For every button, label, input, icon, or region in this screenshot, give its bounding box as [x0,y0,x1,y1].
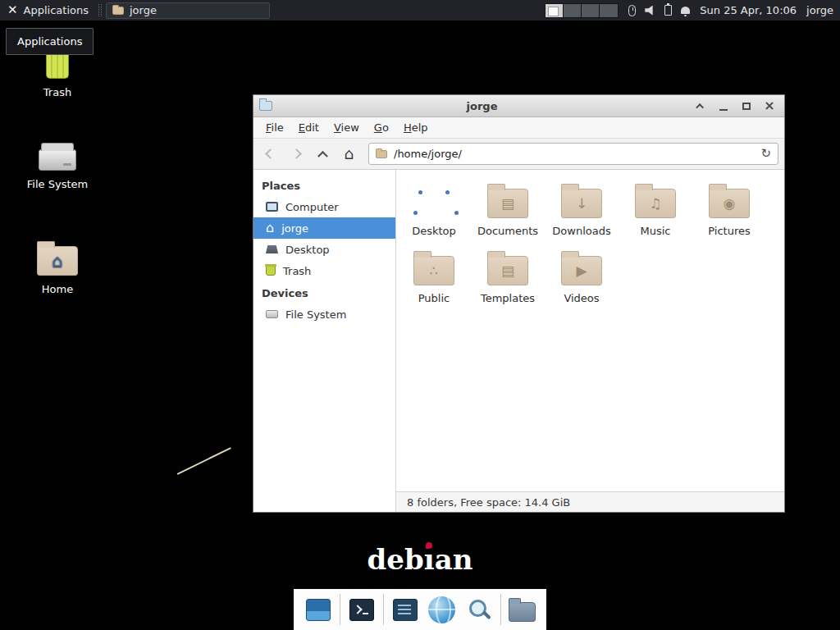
desktop-icon-label: File System [27,178,88,190]
dock-separator [383,594,384,625]
up-icon [317,151,328,162]
statusbar-text: 8 folders, Free space: 14.4 GiB [407,496,570,509]
applications-label: Applications [24,4,89,16]
file-folder-desktop[interactable]: Desktop [397,181,471,237]
file-manager-launcher[interactable] [507,593,538,626]
file-label: Documents [477,225,538,237]
clock[interactable]: Sun 25 Apr, 10:06 [700,4,797,16]
file-folder-templates[interactable]: ▤ Templates [471,249,545,304]
sidebar-item-label: File System [285,308,346,321]
back-button[interactable] [259,143,281,165]
window-folder-icon [112,7,124,15]
globe-icon [428,596,455,623]
xfce-logo-icon: ✕ [7,4,18,16]
text-terminal-launcher[interactable] [390,593,421,626]
up-button[interactable] [312,143,334,165]
username-label: jorge [806,4,833,16]
applications-tooltip: Applications [6,28,94,55]
sidebar-item-trash[interactable]: Trash [253,260,395,281]
chevron-up-icon [696,103,704,111]
tooltip-text: Applications [17,35,82,48]
menubar: File Edit View Go Help [253,117,784,139]
sidebar-item-computer[interactable]: Computer [253,196,395,217]
workspace-switcher[interactable] [545,3,619,18]
files-pane: Desktop ▤ Documents ↓ Downloads [396,170,784,512]
desktop-icon-label: Home [42,283,73,295]
app-finder-launcher[interactable] [463,593,495,626]
desktop-icon [266,245,278,253]
forward-button[interactable] [285,143,308,165]
notifications-bell-icon[interactable] [681,7,690,14]
file-folder-pictures[interactable]: ◉ Pictures [692,181,766,237]
window-title: jorge [277,100,687,112]
menu-edit[interactable]: Edit [291,119,326,136]
folder-icon [509,602,536,622]
workspace-3[interactable] [582,4,600,17]
file-label: Pictures [708,225,750,237]
web-browser-launcher[interactable] [427,593,458,626]
battery-icon[interactable] [664,5,672,16]
sidebar-item-file-system[interactable]: File System [253,304,395,325]
path-entry[interactable]: /home/jorge/ ↻ [368,143,778,165]
desktop-icon-home[interactable]: ⌂ Home [11,239,103,295]
desktop-icon-label: Trash [43,86,71,98]
trash-icon [266,266,276,276]
applications-menu-button[interactable]: ✕ Applications [0,0,96,21]
mouse-icon[interactable] [628,5,636,16]
places-sidebar: Places Computer ⌂ jorge Desktop Trash De… [253,170,396,512]
debian-branding: debıan [0,543,840,576]
computer-icon [266,202,278,212]
sidebar-item-label: Computer [285,201,339,213]
terminal-launcher[interactable] [346,593,377,626]
panel-handle[interactable] [98,4,102,16]
home-button[interactable]: ⌂ [338,143,360,165]
workspace-4[interactable] [600,4,618,17]
taskbar-window-button[interactable]: jorge [106,2,270,19]
folder-icon: ↓ [561,189,602,218]
file-label: Public [418,292,450,304]
folder-icon: ◉ [709,189,750,218]
file-label: Desktop [412,225,456,237]
titlebar[interactable]: jorge × [253,95,784,117]
file-label: Templates [481,292,535,304]
forward-icon [291,148,302,159]
magnifier-icon [466,596,492,623]
file-grid[interactable]: Desktop ▤ Documents ↓ Downloads [396,170,784,491]
text-terminal-icon [393,599,418,621]
workspace-1[interactable] [546,4,564,17]
menu-file[interactable]: File [258,119,291,136]
file-folder-documents[interactable]: ▤ Documents [471,181,545,237]
folder-icon: ▶ [561,256,602,285]
folder-icon: ▤ [487,189,528,218]
filesystem-drive-icon [39,149,76,171]
reload-icon[interactable]: ↻ [760,148,771,160]
desktop-icon-file-system[interactable]: File System [11,138,103,190]
system-tray [628,5,690,16]
file-folder-downloads[interactable]: ↓ Downloads [545,181,619,237]
documents-emblem-icon: ▤ [488,189,527,217]
sidebar-item-jorge[interactable]: ⌂ jorge [253,217,395,239]
shade-button[interactable] [692,98,710,115]
desktop-folder-icon [412,189,456,218]
menu-help[interactable]: Help [396,119,436,136]
terminal-icon [349,599,374,621]
menu-view[interactable]: View [326,119,367,136]
show-desktop-button[interactable] [303,593,334,626]
pictures-emblem-icon: ◉ [710,189,749,217]
file-folder-videos[interactable]: ▶ Videos [545,249,619,304]
close-button[interactable]: × [760,98,778,115]
menu-go[interactable]: Go [367,119,396,136]
file-folder-music[interactable]: ♫ Music [619,181,692,237]
file-label: Videos [564,292,599,304]
back-icon [265,148,276,159]
sidebar-item-desktop[interactable]: Desktop [253,239,395,260]
close-icon: × [764,99,774,112]
dock-panel [294,589,546,630]
sidebar-item-label: Trash [283,265,311,277]
volume-icon[interactable] [645,6,655,16]
window-folder-icon [259,101,272,111]
workspace-2[interactable] [564,4,582,17]
minimize-button[interactable] [714,98,733,115]
maximize-button[interactable] [737,98,756,115]
file-folder-public[interactable]: ∴ Public [397,249,471,304]
